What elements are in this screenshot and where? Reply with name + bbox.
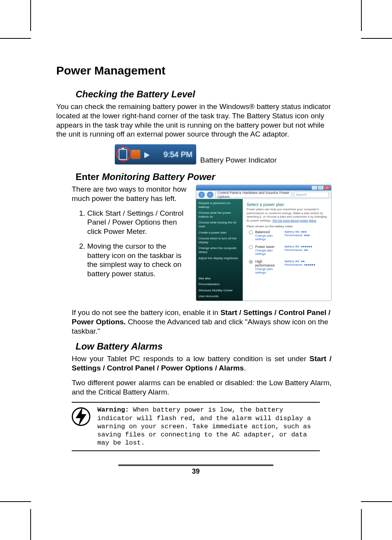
sidebar-see-also-item: Personalization	[199, 282, 240, 286]
change-plan-link: Change plan settings	[255, 234, 282, 241]
warning-block: Warning: When battery power is low, the …	[72, 402, 320, 451]
checking-paragraph: You can check the remaining battery powe…	[56, 102, 335, 139]
power-options-sidebar: Require a password on wakeup Choose what…	[196, 199, 243, 301]
power-plan-row: Balanced Change plan settings Battery li…	[249, 230, 327, 241]
power-plan-row: High performance Change plan settings Ba…	[249, 260, 327, 274]
sidebar-see-also: See also	[199, 277, 240, 280]
action-center-icon	[131, 150, 140, 159]
monitoring-title: Monitoring Battery Power	[102, 171, 215, 182]
warning-text: Warning: When battery power is low, the …	[97, 406, 320, 447]
sidebar-item: Require a password on wakeup	[199, 201, 240, 209]
plan-name: High performance	[255, 260, 282, 267]
taskbar-tray-figure: 9:54 PM	[115, 144, 196, 164]
radio-icon	[249, 260, 253, 264]
svg-marker-0	[76, 407, 86, 426]
page-title: Power Management	[56, 64, 335, 77]
plan-performance: Performance: ●●●	[285, 234, 327, 237]
plan-battery-life: Battery life: ●●●	[285, 230, 327, 234]
low-paragraph-1: How your Tablet PC responds to a low bat…	[72, 354, 332, 373]
page-number: 39	[56, 467, 335, 476]
taskbar-caption: Battery Power Indicator	[200, 156, 276, 164]
monitoring-step-1: Click Start / Settings / Control Panel /…	[87, 209, 188, 236]
plan-name: Balanced	[255, 230, 282, 234]
power-options-heading: Select a power plan	[247, 202, 327, 207]
window-minimize-icon: –	[312, 186, 317, 190]
tell-me-more-link: Tell me more about power plans	[272, 219, 316, 222]
volume-icon	[144, 152, 150, 158]
sidebar-item: Choose what closing the lid does	[199, 221, 240, 228]
sidebar-item: Choose when to turn off the display	[199, 237, 240, 244]
sidebar-item: Create a power plan	[199, 231, 240, 235]
monitoring-step-2: Moving the cursor to the battery icon on…	[87, 242, 188, 279]
change-plan-link: Change plan settings	[255, 267, 282, 274]
search-input: Search	[294, 192, 329, 198]
power-options-description: Power plans can help you maximize your c…	[247, 208, 327, 222]
sidebar-see-also-item: Windows Mobility Center	[199, 289, 240, 292]
section-monitoring-heading: Enter Monitoring Battery Power	[76, 171, 335, 182]
change-plan-link: Change plan settings	[255, 249, 282, 256]
sidebar-item: Choose what the power buttons do	[199, 211, 240, 218]
sidebar-see-also-item: User Accounts	[199, 294, 240, 298]
low-paragraph-2: Two different power alarms can be enable…	[72, 378, 332, 397]
power-plan-row: Power saver Change plan settings Battery…	[249, 245, 327, 256]
plan-name: Power saver	[255, 245, 282, 249]
radio-icon	[249, 230, 253, 234]
window-maximize-icon: ▢	[318, 186, 323, 190]
warning-bolt-icon	[72, 407, 90, 426]
taskbar-clock: 9:54 PM	[164, 150, 192, 159]
radio-icon	[249, 245, 253, 249]
sidebar-item: Change when the computer sleeps	[199, 246, 240, 254]
power-options-screenshot: – ▢ × Control Panel ▸ Hardware and Sound…	[196, 185, 332, 301]
monitoring-intro: There are two ways to monitor how much p…	[72, 185, 188, 203]
section-checking-heading: Checking the Battery Level	[76, 89, 335, 100]
monitoring-prefix: Enter	[76, 171, 102, 182]
battery-icon	[119, 149, 127, 160]
nav-back-icon	[199, 192, 205, 198]
breadcrumb: Control Panel ▸ Hardware and Sound ▸ Pow…	[216, 192, 292, 198]
footer-rule	[118, 464, 273, 466]
plan-performance: Performance: ●●●●●●	[285, 263, 327, 267]
window-close-icon: ×	[324, 186, 330, 190]
power-options-subheading: Plans shown on the battery meter	[247, 225, 327, 228]
sidebar-item: Adjust the display brightness	[199, 256, 240, 260]
plan-battery-life: Battery life: ●●●●●●	[285, 245, 327, 248]
enable-note: If you do not see the battery icon, enab…	[72, 308, 332, 336]
section-low-heading: Low Battery Alarms	[76, 341, 335, 352]
nav-forward-icon	[207, 192, 213, 198]
plan-battery-life: Battery life: ●●	[285, 260, 327, 263]
plan-performance: Performance: ●●	[285, 248, 327, 252]
